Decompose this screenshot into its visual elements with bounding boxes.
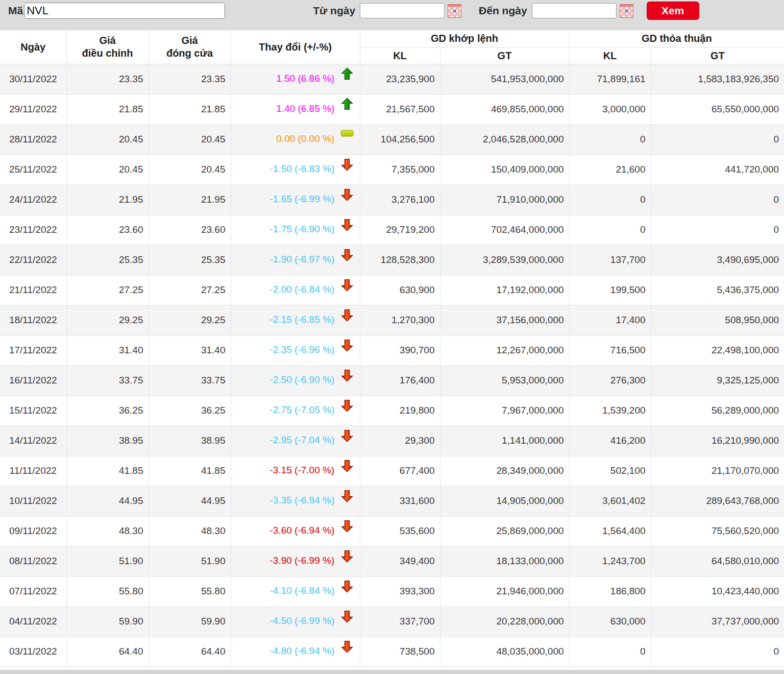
negotiated-volume-cell: 1,243,700 [569, 546, 651, 576]
header-close-price: Giá đóng cửa [149, 30, 231, 64]
matched-volume-cell: 21,567,500 [360, 94, 440, 125]
matched-value-cell: 18,133,000,000 [440, 546, 569, 576]
matched-volume-cell: 23,235,900 [360, 64, 440, 94]
change-value: -2.15 (-6.85 %) [270, 314, 334, 325]
close-price-cell: 64.40 [149, 637, 231, 667]
header-negotiated-volume: KL [569, 47, 651, 64]
matched-value-cell: 7,967,000,000 [440, 396, 569, 426]
matched-value-cell: 150,409,000,000 [440, 155, 569, 185]
negotiated-value-cell: 508,950,000 [651, 305, 784, 335]
table-row: 11/11/2022 41.85 41.85 -3.15 (-7.00 %) [0, 456, 784, 486]
change-cell: -2.95 (-7.04 %) [231, 426, 360, 456]
change-cell: 1.40 (6.85 %) [231, 94, 360, 125]
from-date-label: Từ ngày [313, 5, 355, 17]
adjusted-price-cell: 21.95 [66, 185, 149, 215]
change-value: -4.10 (-6.84 %) [270, 585, 334, 596]
matched-value-cell: 2,046,528,000,000 [440, 125, 569, 155]
matched-volume-cell: 337,700 [360, 607, 440, 637]
matched-volume-cell: 393,300 [360, 576, 440, 607]
date-cell: 10/11/2022 [0, 486, 66, 516]
date-cell: 03/11/2022 [0, 637, 66, 667]
from-date-calendar-icon[interactable] [448, 4, 461, 18]
matched-volume-cell: 630,900 [360, 275, 440, 305]
direction-icon [340, 610, 354, 623]
adjusted-price-cell: 21.85 [66, 94, 149, 125]
close-price-cell: 29.25 [149, 305, 231, 335]
negotiated-volume-cell: 716,500 [569, 335, 651, 366]
date-cell: 25/11/2022 [0, 155, 66, 185]
header-adjusted-price: Giá điều chỉnh [66, 30, 149, 64]
negotiated-value-cell: 64,580,010,000 [651, 546, 784, 576]
close-price-cell: 36.25 [149, 396, 231, 426]
change-value: 1.40 (6.85 %) [276, 103, 334, 114]
matched-volume-cell: 3,276,100 [360, 185, 440, 215]
adjusted-price-cell: 33.75 [66, 366, 149, 396]
direction-icon [340, 369, 354, 382]
direction-icon [340, 459, 354, 472]
table-row: 30/11/2022 23.35 23.35 1.50 (6.86 %) [0, 64, 784, 94]
to-date-calendar-icon[interactable] [620, 4, 633, 18]
table-row: 04/11/2022 59.90 59.90 -4.50 (-6.99 %) [0, 607, 784, 637]
header-date: Ngày [0, 30, 66, 64]
negotiated-value-cell: 22,498,100,000 [651, 335, 784, 366]
ticker-input[interactable] [24, 3, 225, 19]
change-cell: -4.10 (-6.84 %) [231, 576, 360, 607]
close-price-cell: 25.35 [149, 245, 231, 275]
change-cell: 1.50 (6.86 %) [231, 64, 360, 94]
negotiated-value-cell: 56,289,000,000 [651, 396, 784, 426]
adjusted-price-cell: 25.35 [66, 245, 149, 275]
negotiated-value-cell: 0 [651, 215, 784, 245]
table-row: 17/11/2022 31.40 31.40 -2.35 (-6.96 %) [0, 335, 784, 366]
change-value: -2.35 (-6.96 %) [270, 344, 334, 355]
matched-value-cell: 12,267,000,000 [440, 335, 569, 366]
negotiated-value-cell: 65,550,000,000 [651, 94, 784, 125]
matched-value-cell: 71,910,000,000 [440, 185, 569, 215]
negotiated-volume-cell: 0 [569, 125, 651, 155]
adjusted-price-cell: 51.90 [66, 546, 149, 576]
close-price-cell: 21.85 [149, 94, 231, 125]
matched-volume-cell: 349,400 [360, 546, 440, 576]
change-value: -3.90 (-6.99 %) [270, 555, 334, 566]
search-toolbar: Mã Từ ngày Đến n [0, 0, 784, 30]
change-cell: -1.65 (-6.99 %) [231, 185, 360, 215]
price-table-body: 30/11/2022 23.35 23.35 1.50 (6.86 %) [0, 64, 784, 667]
negotiated-volume-cell: 71,899,161 [569, 64, 651, 94]
date-cell: 14/11/2022 [0, 426, 66, 456]
negotiated-volume-cell: 276,300 [569, 366, 651, 396]
table-row: 07/11/2022 55.80 55.80 -4.10 (-6.84 %) [0, 576, 784, 607]
negotiated-volume-cell: 21,600 [569, 155, 651, 185]
view-button[interactable]: Xem [647, 2, 699, 20]
change-value: -4.50 (-6.99 %) [270, 615, 334, 626]
adjusted-price-cell: 29.25 [66, 305, 149, 335]
matched-value-cell: 541,953,000,000 [440, 64, 569, 94]
change-value: -1.75 (-6.90 %) [270, 224, 334, 234]
direction-icon [340, 98, 354, 111]
date-cell: 29/11/2022 [0, 94, 66, 125]
to-date-label: Đến ngày [479, 5, 527, 17]
matched-value-cell: 28,349,000,000 [440, 456, 569, 486]
change-value: -1.50 (-6.83 %) [270, 163, 334, 174]
direction-icon [340, 127, 354, 140]
direction-icon [340, 278, 354, 292]
table-row: 08/11/2022 51.90 51.90 -3.90 (-6.99 %) [0, 546, 784, 576]
change-value: 0.00 (0.00 %) [276, 133, 334, 144]
matched-volume-cell: 738,500 [360, 637, 440, 667]
adjusted-price-cell: 31.40 [66, 335, 149, 366]
matched-value-cell: 20,228,000,000 [440, 607, 569, 637]
change-value: -2.00 (-6.84 %) [270, 284, 334, 295]
adjusted-price-cell: 41.85 [66, 456, 149, 486]
close-price-cell: 20.45 [149, 155, 231, 185]
close-price-cell: 55.80 [149, 576, 231, 607]
close-price-cell: 33.75 [149, 366, 231, 396]
from-date-input[interactable] [360, 3, 445, 18]
change-cell: -2.75 (-7.05 %) [231, 396, 360, 426]
change-value: -3.60 (-6.94 %) [270, 525, 334, 536]
to-date-input[interactable] [532, 3, 617, 18]
table-row: 16/11/2022 33.75 33.75 -2.50 (-6.90 %) [0, 366, 784, 396]
header-matched-value: GT [440, 47, 569, 64]
adjusted-price-cell: 44.95 [66, 486, 149, 516]
adjusted-price-cell: 23.60 [66, 215, 149, 245]
change-value: -3.15 (-7.00 %) [270, 465, 334, 475]
matched-volume-cell: 29,300 [360, 426, 440, 456]
direction-icon [340, 580, 354, 593]
